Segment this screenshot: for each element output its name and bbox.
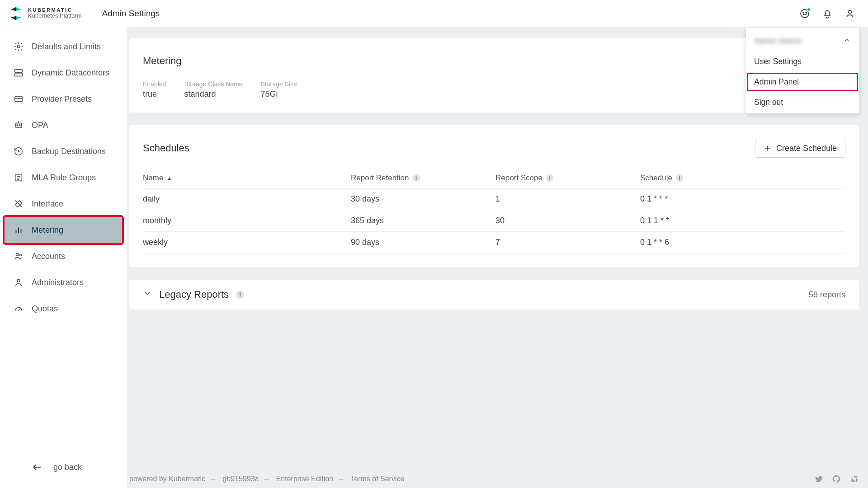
col-schedule[interactable]: Schedule i — [640, 174, 845, 183]
footer-edition: Enterprise Edition — [276, 475, 333, 483]
footer-build: gb915993a — [222, 475, 259, 483]
paint-icon — [14, 199, 24, 209]
col-scope-label: Report Scope — [495, 174, 542, 183]
create-schedule-label: Create Schedule — [776, 144, 837, 153]
svg-line-25 — [19, 308, 20, 311]
logo-line2: Kubernetes Platform — [28, 13, 82, 19]
table-row[interactable]: daily 30 days 1 0 1 * * * — [143, 188, 845, 210]
svg-rect-31 — [856, 478, 857, 482]
card-icon — [14, 94, 24, 104]
go-back-link[interactable]: go back — [5, 454, 122, 482]
kv-label: Storage Class Name — [184, 80, 242, 88]
kv-label: Enabled — [143, 80, 166, 88]
sidebar-item-label: Backup Destinations — [32, 147, 106, 156]
svg-rect-30 — [854, 476, 857, 477]
sidebar-item-datacenters[interactable]: Dynamic Datacenters — [5, 60, 122, 86]
user-icon[interactable] — [844, 8, 855, 19]
sort-asc-icon: ▲ — [167, 175, 172, 181]
table-row[interactable]: monthly 365 days 30 0 1 1 * * — [143, 210, 845, 232]
kv-value: 75Gi — [261, 89, 297, 99]
chart-icon — [14, 225, 24, 235]
arrow-left-icon — [32, 462, 42, 473]
logo[interactable]: KUBERMATIC Kubernetes Platform — [8, 6, 82, 21]
go-back-label: go back — [53, 463, 82, 472]
sidebar-item-presets[interactable]: Provider Presets — [5, 86, 122, 112]
gauge-icon — [14, 304, 24, 314]
kv-label: Storage Size — [261, 80, 297, 88]
col-retention[interactable]: Report Retention i — [351, 174, 495, 183]
schedules-title: Schedules — [143, 142, 189, 154]
sidebar-item-label: Defaults and Limits — [32, 42, 101, 52]
header-actions — [799, 8, 860, 19]
svg-rect-32 — [851, 480, 855, 482]
cell-scope: 7 — [495, 238, 640, 247]
info-icon[interactable]: i — [676, 174, 683, 182]
sidebar-item-accounts[interactable]: Accounts — [5, 243, 122, 269]
footer-sep: – — [264, 475, 269, 483]
sidebar-item-label: MLA Rule Groups — [32, 173, 96, 183]
col-scope[interactable]: Report Scope i — [495, 174, 640, 183]
schedules-card: Schedules Create Schedule Name ▲ Report … — [129, 125, 859, 267]
sidebar-item-label: Interface — [32, 199, 63, 209]
svg-point-24 — [17, 279, 20, 282]
sidebar-item-mla[interactable]: MLA Rule Groups — [5, 164, 122, 191]
create-schedule-button[interactable]: Create Schedule — [755, 139, 845, 158]
col-name[interactable]: Name ▲ — [143, 174, 351, 183]
sidebar-item-label: Accounts — [32, 252, 65, 261]
slack-icon[interactable] — [850, 474, 859, 483]
sidebar-item-label: Quotas — [32, 304, 58, 314]
sidebar-item-defaults[interactable]: Defaults and Limits — [5, 33, 122, 60]
col-retention-label: Report Retention — [351, 174, 409, 183]
logo-mark-icon — [8, 6, 24, 21]
cell-retention: 90 days — [351, 238, 495, 247]
github-icon[interactable] — [832, 474, 841, 483]
twitter-icon[interactable] — [814, 474, 823, 483]
sidebar-item-metering[interactable]: Metering — [5, 217, 122, 243]
sidebar-item-backup[interactable]: Backup Destinations — [5, 138, 122, 164]
legacy-title: Legacy Reports — [159, 289, 229, 300]
footer-tos-link[interactable]: Terms of Service — [350, 475, 404, 483]
history-icon — [14, 146, 24, 156]
footer-powered: powered by Kubermatic — [129, 475, 205, 483]
svg-point-22 — [16, 253, 19, 256]
cell-schedule: 0 1 1 * * — [640, 216, 845, 225]
svg-point-12 — [17, 125, 18, 126]
header: KUBERMATIC Kubernetes Platform Admin Set… — [0, 0, 868, 27]
cell-name: weekly — [143, 238, 351, 247]
kv-enabled: Enabled true — [143, 80, 166, 99]
info-icon[interactable]: i — [236, 291, 244, 299]
sidebar-item-label: Dynamic Datacenters — [32, 68, 109, 78]
list-icon — [14, 173, 24, 183]
footer: powered by Kubermatic – gb915993a – Ente… — [129, 470, 859, 488]
user-menu-admin-panel[interactable]: Admin Panel — [746, 72, 859, 92]
cell-name: daily — [143, 194, 351, 204]
user-menu-signout[interactable]: Sign out — [746, 92, 859, 113]
kv-value: true — [143, 89, 166, 99]
cell-schedule: 0 1 * * 6 — [640, 238, 845, 247]
changelog-icon[interactable] — [799, 8, 810, 19]
kv-storage-size: Storage Size 75Gi — [261, 80, 297, 99]
user-menu-settings[interactable]: User Settings — [746, 52, 859, 72]
sidebar-item-quotas[interactable]: Quotas — [5, 296, 122, 322]
kv-value: standard — [184, 89, 242, 99]
gear-icon — [14, 42, 24, 52]
svg-point-2 — [806, 12, 807, 13]
table-row[interactable]: weekly 90 days 7 0 1 * * 6 — [143, 232, 845, 253]
info-icon[interactable]: i — [546, 174, 553, 182]
info-icon[interactable]: i — [413, 174, 420, 182]
svg-rect-5 — [15, 70, 23, 72]
cell-name: monthly — [143, 216, 351, 225]
cell-scope: 30 — [495, 216, 640, 225]
chevron-up-icon[interactable] — [843, 36, 851, 46]
bell-icon[interactable] — [822, 8, 833, 19]
sidebar-item-admins[interactable]: Administrators — [5, 269, 122, 296]
user-menu-name: Admin Admin — [754, 37, 802, 46]
col-name-label: Name — [143, 174, 163, 183]
sidebar-item-label: Administrators — [32, 278, 84, 287]
sidebar-item-opa[interactable]: OPA — [5, 112, 122, 138]
sidebar-item-interface[interactable]: Interface — [5, 191, 122, 217]
chevron-down-icon[interactable] — [143, 289, 152, 300]
header-divider — [92, 7, 92, 20]
svg-point-4 — [17, 45, 20, 48]
sidebar-item-label: OPA — [32, 121, 48, 130]
